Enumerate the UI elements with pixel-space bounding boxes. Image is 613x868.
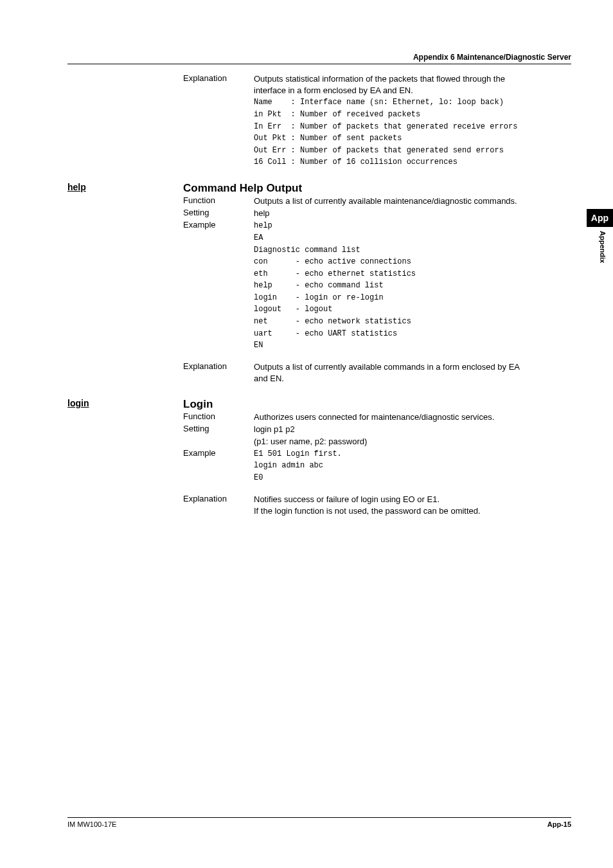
side-tab: App Appendix	[587, 209, 613, 263]
footer-left: IM MW100-17E	[67, 820, 116, 828]
explanation-text: Notifies success or failure of login usi…	[254, 494, 571, 517]
text: Outputs a list of currently available co…	[254, 361, 571, 373]
code: net - echo network statistics	[254, 316, 571, 328]
text: If the login function is not used, the p…	[254, 505, 571, 517]
code: eth - echo ethernet statistics	[254, 268, 571, 280]
code: E1 501 Login first.	[254, 448, 571, 460]
cmd-name-login: login	[67, 398, 183, 411]
example-text: help EA Diagnostic command list con - ec…	[254, 220, 571, 352]
label-example: Example	[183, 220, 254, 352]
code: help - echo command list	[254, 280, 571, 292]
text: (p1: user name, p2: password)	[254, 436, 571, 448]
label-explanation: Explanation	[183, 494, 254, 517]
label-setting: Setting	[183, 424, 254, 447]
text: and EN.	[254, 373, 571, 384]
label-function: Function	[183, 195, 254, 207]
text: Outputs statistical information of the p…	[254, 73, 571, 85]
function-text: Outputs a list of currently available ma…	[254, 195, 571, 207]
code: con - echo active connections	[254, 256, 571, 268]
code: help	[254, 220, 571, 232]
code: EN	[254, 339, 571, 352]
label-setting: Setting	[183, 208, 254, 219]
code: Out Pkt : Number of sent packets	[254, 132, 571, 145]
footer-right: App-15	[547, 820, 571, 828]
code: Diagnostic command list	[254, 244, 571, 257]
tab-label: Appendix	[599, 227, 613, 263]
section-title-help: Command Help Output	[183, 182, 302, 195]
header-rule	[67, 64, 571, 64]
setting-text: login p1 p2 (p1: user name, p2: password…	[254, 424, 571, 447]
code: login - login or re-login	[254, 292, 571, 304]
code: logout - logout	[254, 303, 571, 316]
page-footer: IM MW100-17E App-15	[67, 817, 571, 828]
page-header: Appendix 6 Maintenance/Diagnostic Server	[67, 53, 571, 64]
text: Notifies success or failure of login usi…	[254, 494, 571, 505]
code: in Pkt : Number of received packets	[254, 109, 571, 121]
cmd-name-help: help	[67, 182, 183, 195]
text: login p1 p2	[254, 424, 571, 435]
label-example: Example	[183, 448, 254, 484]
setting-text: help	[254, 208, 571, 219]
code: EA	[254, 232, 571, 244]
code: uart - echo UART statistics	[254, 328, 571, 340]
function-text: Authorizes users connected for maintenan…	[254, 411, 571, 423]
section-title-login: Login	[183, 398, 213, 411]
code: In Err : Number of packets that generate…	[254, 121, 571, 133]
text: interface in a form enclosed by EA and E…	[254, 85, 571, 96]
code: login admin abc	[254, 460, 571, 472]
explanation-text: Outputs statistical information of the p…	[254, 73, 571, 168]
code: 16 Coll : Number of 16 collision occurre…	[254, 156, 571, 168]
example-text: E1 501 Login first. login admin abc E0	[254, 448, 571, 484]
explanation-text: Outputs a list of currently available co…	[254, 361, 571, 384]
label-explanation: Explanation	[183, 361, 254, 384]
label-function: Function	[183, 411, 254, 423]
label-explanation: Explanation	[183, 73, 254, 168]
code: Out Err : Number of packets that generat…	[254, 145, 571, 157]
tab-badge: App	[587, 209, 613, 227]
code: Name : Interface name (sn: Ethernet, lo:…	[254, 96, 571, 109]
code: E0	[254, 472, 571, 484]
